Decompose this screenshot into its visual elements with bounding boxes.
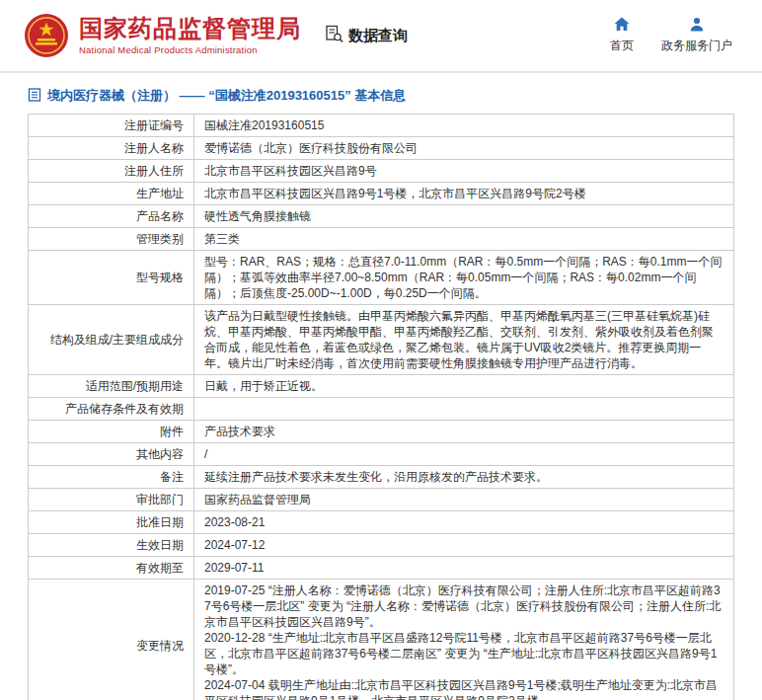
row-label: 适用范围/预期用途 (29, 375, 194, 398)
row-value: 2023-08-21 (194, 511, 734, 534)
row-value: 北京市昌平区科技园区兴昌路9号1号楼，北京市昌平区兴昌路9号院2号楼 (194, 183, 734, 205)
row-label: 变更情况 (29, 580, 194, 700)
title-block: 国家药品监督管理局 National Medical Products Admi… (79, 16, 301, 55)
row-label: 审批部门 (29, 489, 194, 511)
row-label: 结构及组成/主要组成成分 (29, 305, 194, 375)
row-label: 其他内容 (29, 443, 194, 466)
national-emblem-logo (24, 13, 69, 58)
site-title: 国家药品监督管理局 (79, 16, 301, 41)
data-query-icon (325, 25, 343, 46)
row-value: 该产品为日戴型硬性接触镜。由甲基丙烯酸六氟异丙酯、甲基丙烯酰氧丙基三(三甲基硅氧… (194, 305, 734, 375)
table-row: 生效日期2024-07-12 (29, 534, 734, 557)
table-row: 注册人名称爱博诺德（北京）医疗科技股份有限公司 (29, 137, 734, 160)
row-value: 北京市昌平区科技园区兴昌路9号 (194, 160, 734, 183)
table-row: 其他内容/ (29, 443, 734, 466)
site-header: 国家药品监督管理局 National Medical Products Admi… (0, 0, 762, 71)
row-label: 生产地址 (29, 183, 194, 205)
row-label: 附件 (29, 421, 194, 443)
row-label: 注册人名称 (29, 137, 194, 160)
table-row: 注册证编号国械注准20193160515 (29, 115, 734, 137)
row-value: 第三类 (194, 228, 734, 251)
breadcrumb-text: 境内医疗器械（注册） —— “国械注准20193160515” 基本信息 (47, 87, 406, 105)
info-table-body: 注册证编号国械注准20193160515注册人名称爱博诺德（北京）医疗科技股份有… (29, 115, 734, 700)
row-value: 型号：RAR、RAS；规格：总直径7.0-11.0mm（RAR：每0.5mm一个… (194, 251, 734, 305)
row-label: 有效期至 (29, 557, 194, 580)
row-value: 产品技术要求 (194, 421, 734, 443)
header-right-nav: 首页 政务服务门户 (610, 17, 732, 54)
table-row: 产品储存条件及有效期 (29, 398, 734, 421)
row-label: 批准日期 (29, 511, 194, 534)
row-value: 2024-07-12 (194, 534, 734, 557)
row-value: 延续注册产品技术要求未发生变化，沿用原核发的产品技术要求。 (194, 466, 734, 489)
nav-data-query[interactable]: 数据查询 (325, 25, 408, 46)
row-label: 产品储存条件及有效期 (29, 398, 194, 421)
table-row: 产品名称硬性透气角膜接触镜 (29, 205, 734, 228)
row-label: 生效日期 (29, 534, 194, 557)
row-label: 注册人住所 (29, 160, 194, 183)
breadcrumb: 境内医疗器械（注册） —— “国械注准20193160515” 基本信息 (0, 73, 762, 114)
nav-portal-label: 政务服务门户 (661, 38, 732, 54)
row-value (194, 398, 734, 421)
row-label: 备注 (29, 466, 194, 489)
row-value: 爱博诺德（北京）医疗科技股份有限公司 (194, 137, 734, 160)
table-row: 注册人住所北京市昌平区科技园区兴昌路9号 (29, 160, 734, 183)
table-row: 适用范围/预期用途日戴，用于矫正近视。 (29, 375, 734, 398)
nav-home[interactable]: 首页 (610, 17, 634, 54)
table-row: 批准日期2023-08-21 (29, 511, 734, 534)
row-value: 国家药品监督管理局 (194, 489, 734, 511)
table-row: 生产地址北京市昌平区科技园区兴昌路9号1号楼，北京市昌平区兴昌路9号院2号楼 (29, 183, 734, 205)
row-value: 2029-07-11 (194, 557, 734, 580)
nav-home-label: 首页 (610, 38, 634, 54)
site-subtitle: National Medical Products Administration (79, 44, 301, 55)
home-icon (614, 17, 630, 35)
registration-info-table: 注册证编号国械注准20193160515注册人名称爱博诺德（北京）医疗科技股份有… (28, 114, 734, 700)
table-row: 有效期至2029-07-11 (29, 557, 734, 580)
row-label: 管理类别 (29, 228, 194, 251)
row-value: 日戴，用于矫正近视。 (194, 375, 734, 398)
table-row: 审批部门国家药品监督管理局 (29, 489, 734, 511)
table-row: 附件产品技术要求 (29, 421, 734, 443)
table-row: 管理类别第三类 (29, 228, 734, 251)
data-query-label: 数据查询 (348, 27, 408, 45)
row-value: / (194, 443, 734, 466)
table-row: 型号规格型号：RAR、RAS；规格：总直径7.0-11.0mm（RAR：每0.5… (29, 251, 734, 305)
table-row: 变更情况2019-07-25 “注册人名称：爱博诺德（北京）医疗科技有限公司；注… (29, 580, 734, 700)
row-label: 型号规格 (29, 251, 194, 305)
row-label: 注册证编号 (29, 115, 194, 137)
person-icon (689, 17, 705, 35)
document-icon (28, 88, 41, 105)
table-row: 结构及组成/主要组成成分该产品为日戴型硬性接触镜。由甲基丙烯酸六氟异丙酯、甲基丙… (29, 305, 734, 375)
table-row: 备注延续注册产品技术要求未发生变化，沿用原核发的产品技术要求。 (29, 466, 734, 489)
row-value: 国械注准20193160515 (194, 115, 734, 137)
nav-portal[interactable]: 政务服务门户 (661, 17, 732, 54)
logo-area: 国家药品监督管理局 National Medical Products Admi… (24, 13, 301, 58)
row-value: 硬性透气角膜接触镜 (194, 205, 734, 228)
row-label: 产品名称 (29, 205, 194, 228)
row-value: 2019-07-25 “注册人名称：爱博诺德（北京）医疗科技有限公司；注册人住所… (194, 580, 734, 700)
